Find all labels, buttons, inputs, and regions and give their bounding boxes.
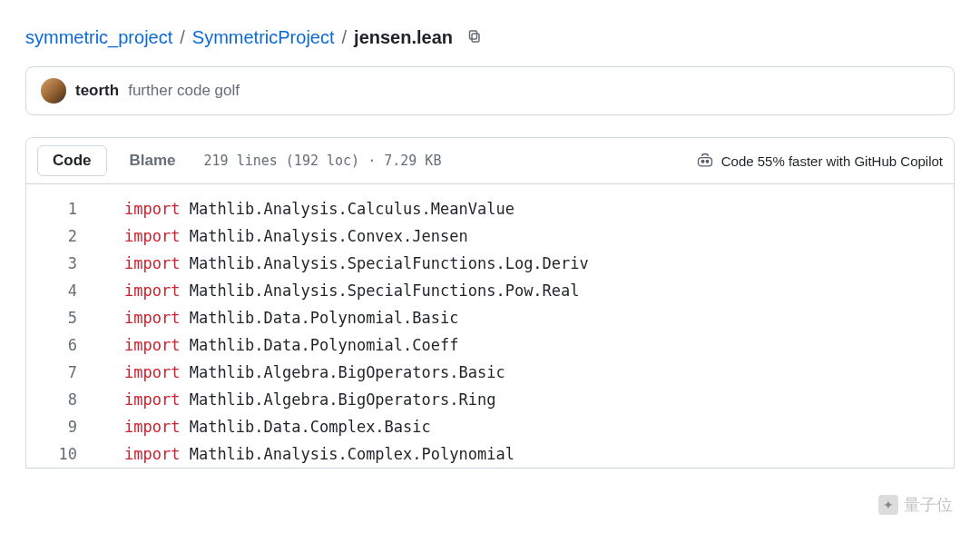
line-number[interactable]: 5: [26, 304, 99, 331]
line-number[interactable]: 6: [26, 331, 99, 359]
breadcrumb-separator: /: [180, 27, 185, 48]
file-view: Code Blame 219 lines (192 loc) · 7.29 KB…: [25, 137, 955, 469]
line-number[interactable]: 9: [26, 413, 99, 440]
watermark-text: 量子位: [904, 494, 953, 516]
tab-group: Code Blame: [37, 145, 191, 176]
line-number[interactable]: 1: [26, 195, 99, 222]
code-line: 7 import Mathlib.Algebra.BigOperators.Ba…: [26, 359, 954, 386]
commit-message[interactable]: further code golf: [128, 82, 240, 100]
code-line: 6 import Mathlib.Data.Polynomial.Coeff: [26, 331, 954, 359]
code-content[interactable]: import Mathlib.Algebra.BigOperators.Ring: [99, 386, 954, 413]
code-line: 8 import Mathlib.Algebra.BigOperators.Ri…: [26, 386, 954, 413]
wechat-icon: ✦: [878, 495, 898, 515]
commit-author[interactable]: teorth: [75, 82, 119, 100]
code-content[interactable]: import Mathlib.Analysis.Calculus.MeanVal…: [99, 195, 954, 222]
line-number[interactable]: 10: [26, 440, 99, 468]
line-number[interactable]: 2: [26, 222, 99, 250]
file-info: 219 lines (192 loc) · 7.29 KB: [204, 153, 442, 169]
code-content[interactable]: import Mathlib.Analysis.SpecialFunctions…: [99, 277, 954, 304]
code-content[interactable]: import Mathlib.Data.Complex.Basic: [99, 413, 954, 440]
line-number[interactable]: 8: [26, 386, 99, 413]
code-line: 4 import Mathlib.Analysis.SpecialFunctio…: [26, 277, 954, 304]
code-line: 2 import Mathlib.Analysis.Convex.Jensen: [26, 222, 954, 250]
code-line: 3 import Mathlib.Analysis.SpecialFunctio…: [26, 250, 954, 277]
file-header: Code Blame 219 lines (192 loc) · 7.29 KB…: [26, 138, 954, 184]
breadcrumb: symmetric_project / SymmetricProject / j…: [25, 27, 955, 48]
breadcrumb-current-file: jensen.lean: [354, 27, 453, 48]
svg-rect-1: [470, 31, 477, 39]
avatar[interactable]: [41, 78, 66, 104]
code-line: 10 import Mathlib.Analysis.Complex.Polyn…: [26, 440, 954, 468]
code-content[interactable]: import Mathlib.Analysis.SpecialFunctions…: [99, 250, 954, 277]
copilot-text: Code 55% faster with GitHub Copilot: [721, 153, 943, 169]
code-content[interactable]: import Mathlib.Analysis.Complex.Polynomi…: [99, 440, 954, 468]
code-line: 1 import Mathlib.Analysis.Calculus.MeanV…: [26, 195, 954, 222]
svg-rect-0: [472, 34, 479, 42]
code-content[interactable]: import Mathlib.Data.Polynomial.Basic: [99, 304, 954, 331]
copy-path-button[interactable]: [460, 27, 482, 48]
svg-point-3: [701, 161, 704, 163]
line-number[interactable]: 4: [26, 277, 99, 304]
tab-code[interactable]: Code: [37, 145, 107, 176]
svg-rect-2: [698, 158, 711, 166]
copy-icon: [467, 29, 482, 44]
svg-point-4: [706, 161, 709, 163]
breadcrumb-repo-link[interactable]: symmetric_project: [25, 27, 172, 48]
code-content[interactable]: import Mathlib.Analysis.Convex.Jensen: [99, 222, 954, 250]
code-content[interactable]: import Mathlib.Algebra.BigOperators.Basi…: [99, 359, 954, 386]
code-line: 9 import Mathlib.Data.Complex.Basic: [26, 413, 954, 440]
code-content[interactable]: import Mathlib.Data.Polynomial.Coeff: [99, 331, 954, 359]
line-number[interactable]: 3: [26, 250, 99, 277]
breadcrumb-folder-link[interactable]: SymmetricProject: [192, 27, 335, 48]
line-number[interactable]: 7: [26, 359, 99, 386]
code-area: 1 import Mathlib.Analysis.Calculus.MeanV…: [26, 184, 954, 468]
breadcrumb-separator: /: [342, 27, 348, 48]
copilot-promo[interactable]: Code 55% faster with GitHub Copilot: [696, 152, 943, 170]
tab-blame[interactable]: Blame: [114, 145, 191, 176]
code-line: 5 import Mathlib.Data.Polynomial.Basic: [26, 304, 954, 331]
copilot-icon: [696, 152, 714, 170]
watermark: ✦ 量子位: [878, 494, 953, 516]
latest-commit-bar[interactable]: teorth further code golf: [25, 66, 955, 115]
